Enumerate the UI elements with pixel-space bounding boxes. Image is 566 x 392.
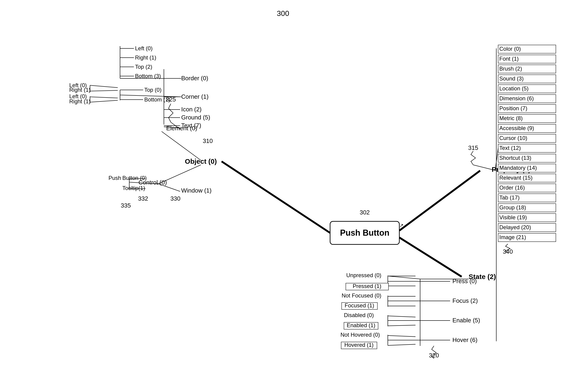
zigzag-325 xyxy=(168,104,173,122)
border-label: Border (0) xyxy=(181,75,208,82)
ground-label: Ground (5) xyxy=(181,114,210,121)
diagram-svg: Push Button ↗ Object (0) Property (1) St… xyxy=(0,0,566,392)
group-label: Group (18) xyxy=(499,204,526,210)
border-bottom-label: Bottom (3) xyxy=(135,73,161,79)
border-right-label: Right (1) xyxy=(135,55,156,61)
disabled-label: Disabled (0) xyxy=(344,312,374,318)
border-left-label: Left (0) xyxy=(135,45,153,51)
corner-bottom-right: Right (1) xyxy=(69,98,90,104)
line-to-state xyxy=(399,238,462,277)
mandatory-label: Mandatory (14) xyxy=(499,165,537,171)
ref-330: 330 xyxy=(170,195,180,202)
pressed-label: Pressed (1) xyxy=(353,283,381,289)
zigzag-315 xyxy=(471,151,476,165)
corner-top-label: Top (0) xyxy=(144,87,162,93)
ref-302: 302 xyxy=(360,209,370,216)
corner-top-right: Right (1) xyxy=(69,87,90,93)
unpressed-label: Unpressed (0) xyxy=(346,272,381,278)
not-hovered-label: Not Hovered (0) xyxy=(341,332,380,338)
relevant-label: Relevant (15) xyxy=(499,175,533,181)
order-label: Order (16) xyxy=(499,184,525,191)
focused-label: Focused (1) xyxy=(345,302,374,308)
ref-332: 332 xyxy=(138,195,148,202)
window-label: Window (1) xyxy=(181,187,211,194)
enabled-label: Enabled (1) xyxy=(347,322,375,328)
line-enabled xyxy=(388,325,416,326)
ref-340: 340 xyxy=(503,248,513,255)
line-press-connect2 xyxy=(388,276,420,279)
position-label: Position (7) xyxy=(499,105,527,111)
ref-315: 315 xyxy=(468,144,478,151)
line-control-window xyxy=(157,183,180,191)
cursor-label: Cursor (10) xyxy=(499,135,527,141)
delayed-label: Delayed (20) xyxy=(499,224,531,230)
brush-label: Brush (2) xyxy=(499,66,522,72)
tab-label: Tab (17) xyxy=(499,194,520,201)
tooltip-label: Tooltip(1) xyxy=(122,185,145,191)
hover-label: Hover (6) xyxy=(452,336,477,343)
image-label: Image (21) xyxy=(499,234,526,240)
ref-320: 320 xyxy=(429,352,439,359)
button-label: Button (0) xyxy=(122,175,147,181)
focus-label: Focus (2) xyxy=(452,297,478,304)
line-not-hovered xyxy=(388,336,416,337)
line-hovered xyxy=(388,344,416,345)
metric-label: Metric (8) xyxy=(499,115,523,121)
visible-label: Visible (19) xyxy=(499,214,527,221)
corner-bottom-label: Bottom (1) xyxy=(144,96,170,103)
text-element-label: Text (7) xyxy=(181,122,201,129)
line-to-object xyxy=(222,161,330,233)
sound-label: Sound (3) xyxy=(499,75,523,82)
line-corner-bottom-left xyxy=(90,97,118,98)
line-corner-top-left xyxy=(90,85,118,88)
object-label: Object (0) xyxy=(185,157,217,165)
ref-335: 335 xyxy=(121,202,131,209)
press-label: Press (0) xyxy=(452,278,477,285)
border-top-label: Top (2) xyxy=(135,64,152,70)
line-to-property xyxy=(399,171,480,231)
location-label: Location (5) xyxy=(499,85,529,92)
push-label: Push xyxy=(108,175,121,181)
icon-label: Icon (2) xyxy=(181,106,202,113)
dimension-label: Dimension (6) xyxy=(499,95,534,101)
color-label: Color (0) xyxy=(499,46,521,52)
corner-label: Corner (1) xyxy=(181,93,209,100)
enable-label: Enable (5) xyxy=(452,317,480,324)
line-disabled xyxy=(388,316,416,317)
text-prop-label: Text (12) xyxy=(499,145,521,151)
line-object-element xyxy=(162,131,201,160)
font-label: Font (1) xyxy=(499,56,519,62)
shortcut-label: Shortcut (13) xyxy=(499,155,531,161)
line-corner-bottom-right xyxy=(90,100,118,102)
hovered-label: Hovered (1) xyxy=(344,342,374,348)
not-focused-label: Not Focused (0) xyxy=(342,292,381,299)
ref-310: 310 xyxy=(203,138,213,144)
accessible-label: Accessible (9) xyxy=(499,125,534,131)
line-corner-top-right xyxy=(90,90,118,91)
push-button-text: Push Button xyxy=(340,228,389,238)
